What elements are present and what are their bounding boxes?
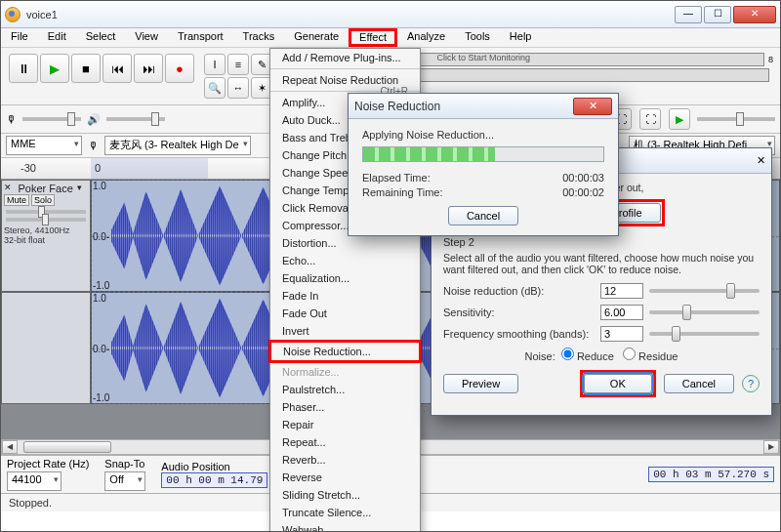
solo-button[interactable]: Solo xyxy=(31,194,55,206)
stop-button[interactable]: ■ xyxy=(71,54,101,83)
effect-item[interactable]: Fade Out xyxy=(270,305,420,322)
ruler-tick: 0 xyxy=(95,162,101,174)
play-volume-slider[interactable] xyxy=(106,117,165,121)
progress-close-button[interactable]: ✕ xyxy=(573,98,612,115)
menu-tools[interactable]: Tools xyxy=(455,28,500,47)
menu-effect[interactable]: Effect xyxy=(349,28,397,47)
menu-tracks[interactable]: Tracks xyxy=(233,28,285,47)
record-meter-hint: Click to Start Monitoring xyxy=(436,53,530,62)
track-name: Poker Face xyxy=(19,183,73,194)
status-text: Stopped. xyxy=(9,497,52,509)
remaining-value: 00:00:02 xyxy=(562,186,604,198)
help-icon[interactable]: ? xyxy=(742,375,760,392)
nr-residue-radio[interactable] xyxy=(623,348,636,360)
effect-noise-reduction[interactable]: Noise Reduction... xyxy=(268,340,422,363)
nr-reduction-input[interactable] xyxy=(600,283,643,299)
effect-item[interactable]: Sliding Stretch... xyxy=(270,486,420,504)
play-speed-slider[interactable] xyxy=(697,117,775,121)
snap-to-select[interactable]: Off xyxy=(104,471,145,491)
menu-analyze[interactable]: Analyze xyxy=(397,28,455,47)
nr-reduce-label: Reduce xyxy=(577,350,614,362)
menu-file[interactable]: File xyxy=(1,28,38,47)
track-panel[interactable]: ✕ Poker Face ▾ MuteSolo Stereo, 44100Hz … xyxy=(1,180,91,292)
selection-end-box[interactable]: 00 h 03 m 57.270 s xyxy=(648,467,774,482)
menu-help[interactable]: Help xyxy=(500,28,542,47)
nr-smoothing-slider[interactable] xyxy=(649,332,760,336)
progress-message: Applying Noise Reduction... xyxy=(362,129,604,141)
menu-bar: File Edit Select View Transport Tracks G… xyxy=(1,28,780,48)
nr-reduce-radio[interactable] xyxy=(561,348,574,360)
project-rate-label: Project Rate (Hz) xyxy=(7,458,89,470)
skip-end-button[interactable]: ⏭ xyxy=(134,54,163,83)
close-button[interactable]: ✕ xyxy=(733,6,776,23)
window-title: voice1 xyxy=(26,9,675,20)
record-button[interactable]: ● xyxy=(165,54,194,83)
remaining-label: Remaining Time: xyxy=(362,186,443,198)
nr-sensitivity-slider[interactable] xyxy=(649,310,760,314)
progress-cancel-button[interactable]: Cancel xyxy=(448,206,518,225)
effect-item[interactable]: Distortion... xyxy=(270,234,420,252)
minimize-button[interactable]: — xyxy=(675,6,702,23)
effect-item[interactable]: Truncate Silence... xyxy=(270,504,420,521)
scroll-thumb[interactable] xyxy=(23,441,111,453)
effect-item[interactable]: Phaser... xyxy=(270,398,420,416)
effect-item[interactable]: Echo... xyxy=(270,252,420,269)
effect-add-remove[interactable]: Add / Remove Plug-ins... xyxy=(270,49,420,66)
effect-item[interactable]: Repair xyxy=(270,416,420,433)
track-info1: Stereo, 44100Hz xyxy=(4,225,88,235)
effect-item[interactable]: Equalization... xyxy=(270,269,420,287)
nr-preview-button[interactable]: Preview xyxy=(443,374,518,393)
zoom-sel-button[interactable]: ⛶ xyxy=(639,108,661,130)
pause-button[interactable]: ⏸ xyxy=(9,54,38,83)
record-device-select[interactable]: 麦克风 (3- Realtek High De xyxy=(104,136,251,155)
menu-edit[interactable]: Edit xyxy=(38,28,76,47)
effect-item[interactable]: Fade In xyxy=(270,287,420,305)
scroll-left-button[interactable]: ◀ xyxy=(2,440,18,454)
skip-start-button[interactable]: ⏮ xyxy=(103,54,132,83)
menu-generate[interactable]: Generate xyxy=(284,28,349,47)
record-volume-slider[interactable] xyxy=(22,117,81,121)
ruler-tick: -30 xyxy=(21,162,36,174)
tool-timeshift[interactable]: ↔ xyxy=(227,77,249,99)
effect-item[interactable]: Normalize... xyxy=(270,363,420,381)
track-panel-2[interactable] xyxy=(1,292,91,404)
nr-reduction-slider[interactable] xyxy=(649,289,760,293)
nr-noise-label: Noise: xyxy=(525,350,555,362)
nr-ok-button[interactable]: OK xyxy=(584,374,652,393)
title-bar: voice1 — ☐ ✕ xyxy=(1,1,780,28)
nr-smoothing-input[interactable] xyxy=(600,326,643,342)
mute-button[interactable]: Mute xyxy=(4,194,29,206)
recdev-icon: 🎙 xyxy=(88,140,99,151)
nr-cancel-button[interactable]: Cancel xyxy=(664,374,734,393)
nr-close-button[interactable]: ✕ xyxy=(757,154,765,167)
effect-item[interactable]: Invert xyxy=(270,322,420,340)
scroll-right-button[interactable]: ▶ xyxy=(763,440,779,454)
effect-repeat[interactable]: Repeat Noise ReductionCtrl+R xyxy=(270,71,420,89)
pan-slider[interactable] xyxy=(6,218,86,222)
track-info2: 32-bit float xyxy=(4,235,88,245)
tool-selection[interactable]: I xyxy=(204,54,226,75)
tool-envelope[interactable]: ≡ xyxy=(227,54,249,75)
play-at-speed-button[interactable]: ▶ xyxy=(669,108,690,130)
mic-vol-icon: 🎙 xyxy=(6,113,17,125)
effect-item[interactable]: Paulstretch... xyxy=(270,381,420,398)
effect-item[interactable]: Reverb... xyxy=(270,451,420,469)
audio-position-box[interactable]: 00 h 00 m 14.79 xyxy=(161,472,267,488)
effect-item[interactable]: Reverse xyxy=(270,469,420,486)
snap-to-label: Snap-To xyxy=(104,458,145,470)
progress-dialog: Noise Reduction ✕ Applying Noise Reducti… xyxy=(348,93,619,236)
audio-host-select[interactable]: MME xyxy=(6,136,82,155)
play-button[interactable]: ▶ xyxy=(40,54,69,83)
effect-item[interactable]: Wahwah... xyxy=(270,521,420,532)
nr-reduction-label: Noise reduction (dB): xyxy=(443,285,595,297)
nr-smoothing-label: Frequency smoothing (bands): xyxy=(443,328,595,340)
menu-view[interactable]: View xyxy=(125,28,168,47)
nr-step2-text: Select all of the audio you want filtere… xyxy=(443,252,760,275)
project-rate-select[interactable]: 44100 xyxy=(7,471,62,491)
effect-item[interactable]: Repeat... xyxy=(270,433,420,451)
menu-select[interactable]: Select xyxy=(76,28,126,47)
maximize-button[interactable]: ☐ xyxy=(704,6,731,23)
tool-zoom[interactable]: 🔍 xyxy=(204,77,226,99)
nr-sensitivity-input[interactable] xyxy=(600,305,643,320)
menu-transport[interactable]: Transport xyxy=(168,28,233,47)
